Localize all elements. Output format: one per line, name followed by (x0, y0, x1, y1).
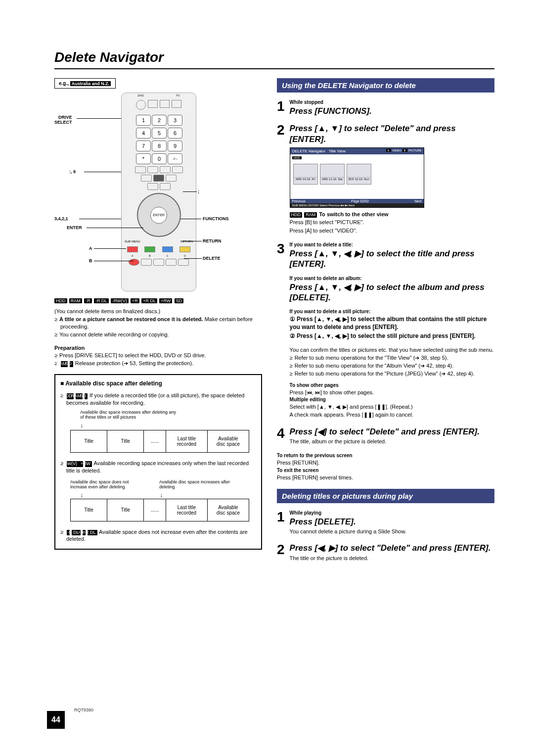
page-title: Delete Navigator (54, 49, 494, 65)
label-return: RETURN (203, 238, 222, 243)
label-functions: FUNCTIONS (203, 216, 229, 221)
label-enter: ENTER (67, 225, 82, 230)
document-id: RQT8380 (74, 708, 93, 712)
label-drive-select: DRIVE SELECT (54, 115, 72, 125)
disc-diagram-2: Title Title ...... Last title recorded A… (70, 499, 249, 521)
step-2-number: 2 (277, 123, 285, 137)
nav-dial: ENTER (137, 193, 181, 237)
play-step-1-number: 1 (277, 510, 285, 524)
remote-diagram: DVDTV 1 2 3 4 5 6 7 8 9 * 0 -/-- ENTER (54, 93, 262, 293)
preparation-heading: Preparation (54, 345, 262, 351)
media-badges: HDD RAM -R -R DL -RW(V) +R +R DL +RW SD (54, 297, 262, 304)
step-4-number: 4 (277, 426, 285, 440)
step-3-title: Press [▲, ▼, ◀, ▶] to select the title a… (290, 248, 494, 270)
step-3-number: 3 (277, 242, 285, 256)
page-number: 44 (47, 711, 65, 729)
play-step-2: Press [◀, ▶] to select "Delete" and pres… (290, 543, 494, 553)
step-3-album: Press [▲, ▼, ◀, ▶] to select the album a… (290, 282, 494, 303)
step-4: Press [◀] to select "Delete" and press [… (290, 426, 494, 437)
play-step-1: Press [DELETE]. (290, 517, 494, 527)
label-nav-nums: 3,4,2,1 (54, 216, 68, 221)
thumb-1: ARD 10.10. Fri (293, 164, 318, 185)
power-icon (136, 100, 146, 110)
step-1: Press [FUNCTIONS]. (290, 106, 494, 116)
thumb-3: ZDF 12.10. Sun (347, 164, 371, 185)
color-a-icon (127, 246, 138, 252)
number-pad: 1 2 3 4 5 6 7 8 9 * 0 -/-- (136, 115, 181, 164)
label-b: B (89, 258, 92, 263)
label-a: A (89, 246, 92, 251)
prep-1: Press [DRIVE SELECT] to select the HDD, … (54, 352, 262, 359)
section-during-play: Deleting titles or pictures during play (277, 489, 494, 503)
disc-diagram-1: Title Title ...... Last title recorded A… (70, 430, 249, 453)
delete-navigator-screen: DELETE Navigator Title View A VIDEO B PI… (290, 147, 424, 208)
thumb-2: ARD 11.10. Sat (320, 164, 345, 185)
step-1-number: 1 (277, 99, 285, 113)
label-delete: DELETE (203, 256, 221, 261)
section-using-delete: Using the DELETE Navigator to delete (277, 78, 494, 93)
finalized-note: (You cannot delete items on finalized di… (54, 308, 262, 315)
label-skip: :, 9 (69, 169, 76, 174)
step-2: Press [▲, ▼] to select "Delete" and pres… (290, 123, 494, 144)
play-step-2-number: 2 (277, 543, 285, 557)
warning-note: A title or a picture cannot be restored … (54, 316, 262, 330)
example-locale: e.g., Australia and N.Z. (54, 78, 116, 89)
title-rule (54, 68, 494, 69)
cannot-delete-note: You cannot delete while recording or cop… (54, 331, 262, 338)
label-play: ; (198, 189, 199, 194)
available-space-title: ■ Available disc space after deleting (60, 380, 256, 387)
available-space-box: ■ Available disc space after deleting HD… (54, 374, 262, 550)
prep-2: RAM SD Release protection (➔ 53, Setting… (54, 360, 262, 367)
